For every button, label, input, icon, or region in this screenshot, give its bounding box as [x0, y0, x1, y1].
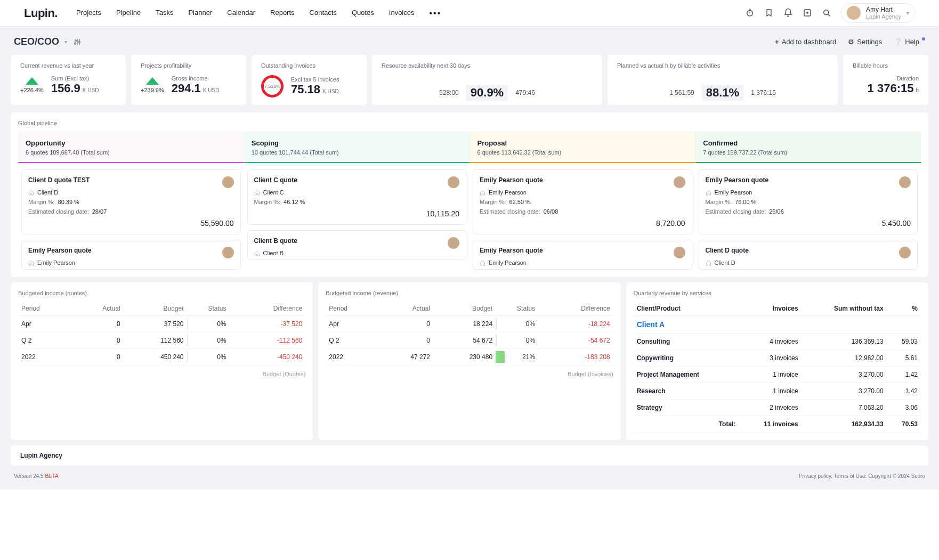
- pipeline-col-opportunity[interactable]: Opportunity 6 quotes 109,667.40 (Total s…: [18, 132, 244, 163]
- table-row[interactable]: Research1 invoice3,270.001.42: [634, 383, 921, 400]
- nav-reports[interactable]: Reports: [270, 9, 295, 18]
- table-row[interactable]: Strategy2 invoices7,063.203.06: [634, 400, 921, 416]
- kpi-value: 75.18: [291, 83, 320, 96]
- nav-contacts[interactable]: Contacts: [310, 9, 337, 18]
- nav-pipeline[interactable]: Pipeline: [116, 9, 141, 18]
- table-row[interactable]: Apr037 520 0% -37 520: [18, 316, 305, 332]
- pipeline-card[interactable]: Emily Pearson quote Emily Pearson: [21, 240, 241, 270]
- help-button[interactable]: ❔Help: [894, 38, 925, 46]
- card-margin: 76.00 %: [735, 199, 756, 205]
- home-icon: [28, 190, 34, 196]
- table-header[interactable]: Status: [496, 302, 538, 316]
- table-header[interactable]: Client/Product: [634, 302, 739, 316]
- table-row[interactable]: Project Management1 invoice3,270.001.42: [634, 367, 921, 383]
- table-header[interactable]: Budget: [433, 302, 496, 316]
- pipeline-col-confirmed[interactable]: Confirmed 7 quotes 159,737.22 (Total sum…: [695, 132, 921, 163]
- add-icon[interactable]: [803, 8, 812, 18]
- nav-tasks[interactable]: Tasks: [156, 9, 173, 18]
- logo[interactable]: Lupin.: [24, 6, 58, 20]
- table-header[interactable]: Status: [187, 302, 230, 316]
- table-row[interactable]: Consulting4 invoices136,369.1359.03: [634, 334, 921, 350]
- pipeline-col-scoping[interactable]: Scoping 10 quotes 101,744.44 (Total sum): [244, 132, 470, 163]
- settings-button[interactable]: ⚙Settings: [848, 38, 882, 46]
- kpi-value: 294.1: [172, 82, 201, 95]
- svg-point-4: [77, 40, 78, 42]
- nav-projects[interactable]: Projects: [76, 9, 101, 18]
- table-header[interactable]: Difference: [538, 302, 613, 316]
- bookmark-icon[interactable]: [764, 8, 774, 18]
- nav-quotes[interactable]: Quotes: [352, 9, 374, 18]
- kpi-resource-availability[interactable]: Resource availability next 30 days 528:0…: [372, 55, 602, 105]
- card-client: Client C: [263, 189, 284, 196]
- pipeline-card[interactable]: Client D quote Client D: [699, 240, 918, 270]
- pipeline-card[interactable]: Client D quote TEST Client DMargin %: 80…: [21, 169, 241, 234]
- pipeline-col-proposal[interactable]: Proposal 6 quotes 113,642.32 (Total sum): [470, 132, 696, 163]
- footer-agency: Lupin Agency: [11, 445, 928, 466]
- search-icon[interactable]: [822, 8, 831, 18]
- nav-more-icon[interactable]: •••: [430, 9, 442, 18]
- pipeline-card[interactable]: Emily Pearson quote Emily Pearson: [473, 240, 692, 270]
- avatar: [222, 176, 234, 188]
- kpi-label: Sum (Excl tax): [51, 75, 99, 82]
- add-to-dashboard-button[interactable]: +Add to dashboard: [775, 38, 836, 46]
- card-amount: 8,720.00: [480, 219, 685, 228]
- table-header[interactable]: Period: [326, 302, 378, 316]
- client-row[interactable]: Client A: [634, 316, 921, 334]
- user-menu[interactable]: Amy Hart Lupin Agency ▾: [841, 3, 915, 23]
- table-row[interactable]: Apr018 224 0% -18 224: [326, 316, 613, 332]
- table-row[interactable]: Q 2054 672 0% -54 672: [326, 332, 613, 349]
- table-header[interactable]: Actual: [71, 302, 123, 316]
- bell-icon[interactable]: [783, 8, 793, 18]
- card-title: Client D quote: [706, 247, 911, 254]
- card-title: Client B quote: [254, 237, 460, 245]
- kpi-pct: 88.1%: [702, 85, 743, 101]
- page-title[interactable]: CEO/COO: [14, 36, 59, 47]
- pipeline-card[interactable]: Emily Pearson quote Emily PearsonMargin …: [473, 169, 692, 234]
- nav-calendar[interactable]: Calendar: [227, 9, 255, 18]
- table-header[interactable]: Sum without tax: [802, 302, 887, 316]
- avatar: [847, 6, 861, 20]
- pipeline-card[interactable]: Client C quote Client CMargin %: 46.12 %…: [247, 169, 467, 225]
- nav-planner[interactable]: Planner: [188, 9, 212, 18]
- kpi-profitability[interactable]: Projects profitability +239.9% Gross inc…: [131, 55, 246, 105]
- card-title: Emily Pearson quote: [480, 247, 685, 254]
- client-link[interactable]: Client A: [637, 320, 665, 329]
- table-header[interactable]: Difference: [230, 302, 306, 316]
- kpi-label: Gross income: [172, 75, 220, 82]
- table-header[interactable]: Invoices: [739, 302, 801, 316]
- table-header[interactable]: %: [887, 302, 921, 316]
- kpi-right: 1 376:15: [751, 89, 776, 96]
- table-row[interactable]: Q 20112 560 0% -112 560: [18, 332, 305, 349]
- pipeline-card[interactable]: Client B quote Client BMargin %: 43.52 %: [247, 230, 467, 260]
- kpi-outstanding-invoices[interactable]: Outstanding invoices 7,518% Excl tax 5 i…: [252, 55, 367, 105]
- svg-point-3: [75, 43, 76, 44]
- table-header[interactable]: Period: [18, 302, 71, 316]
- kpi-planned-vs-actual[interactable]: Planned vs actual h by billable activiti…: [608, 55, 838, 105]
- pipeline-card[interactable]: Emily Pearson quote Emily PearsonMargin …: [699, 169, 918, 234]
- table-header[interactable]: Budget: [124, 302, 187, 316]
- home-icon: [480, 190, 485, 196]
- kpi-billable-hours[interactable]: Billable hours Duration 1 376:15h: [843, 55, 928, 105]
- table-row[interactable]: 202247 272230 480 21% -183 208: [326, 349, 613, 366]
- table-header[interactable]: Actual: [378, 302, 433, 316]
- nav-invoices[interactable]: Invoices: [389, 9, 415, 18]
- home-icon: [254, 190, 260, 196]
- table-row[interactable]: 20220450 240 0% -450 240: [18, 349, 305, 366]
- footer-bar: Version 24.5 BETA Privacy policy. Terms …: [11, 466, 928, 479]
- kpi-left: 1 561:59: [669, 89, 694, 96]
- avatar: [674, 247, 685, 258]
- timer-icon[interactable]: [745, 8, 755, 18]
- gear-icon: ⚙: [848, 38, 854, 46]
- card-title: Emily Pearson quote: [28, 247, 234, 254]
- total-row: Total:11 invoices162,934.3370.53: [634, 416, 921, 433]
- table-row[interactable]: Copywriting3 invoices12,962.005.61: [634, 350, 921, 367]
- avatar: [222, 247, 234, 258]
- kpi-left: 528:00: [439, 89, 459, 96]
- legal-text[interactable]: Privacy policy. Terms of Use. Copyright …: [799, 473, 925, 479]
- pipeline-column: Client D quote TEST Client DMargin %: 80…: [18, 169, 244, 270]
- version-text: Version 24.5: [14, 473, 45, 479]
- kpi-label: Duration: [896, 75, 919, 82]
- page-title-chevron-icon[interactable]: ▾: [64, 39, 67, 45]
- kpi-revenue[interactable]: Current revenue vs last year +226.4% Sum…: [11, 55, 126, 105]
- sliders-icon[interactable]: [72, 37, 82, 47]
